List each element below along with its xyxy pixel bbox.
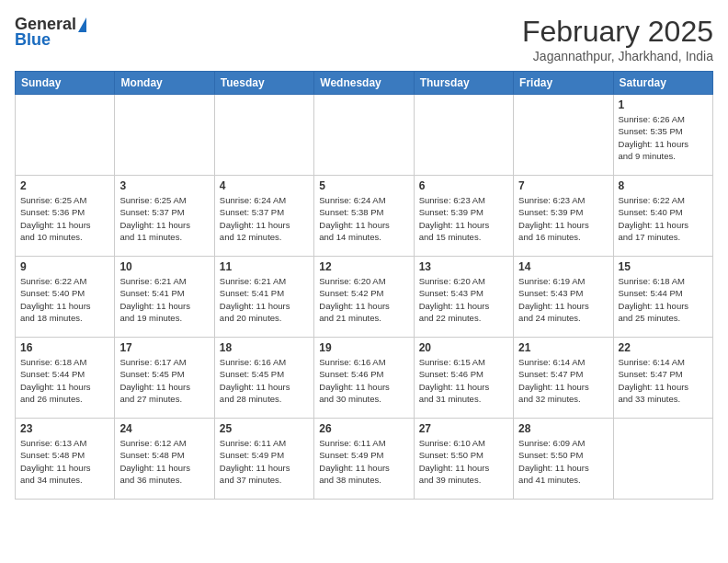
calendar-cell: 19Sunrise: 6:16 AMSunset: 5:46 PMDayligh…: [314, 338, 414, 419]
day-number: 11: [220, 260, 309, 273]
calendar-cell: 20Sunrise: 6:15 AMSunset: 5:46 PMDayligh…: [414, 338, 513, 419]
day-number: 20: [419, 341, 508, 354]
day-number: 17: [119, 341, 209, 354]
day-info: Sunrise: 6:13 AMSunset: 5:48 PMDaylight:…: [20, 437, 109, 486]
day-number: 12: [319, 260, 408, 273]
calendar-cell: [16, 95, 115, 176]
weekday-header-row: SundayMondayTuesdayWednesdayThursdayFrid…: [16, 72, 713, 95]
day-info: Sunrise: 6:20 AMSunset: 5:43 PMDaylight:…: [419, 275, 508, 324]
calendar-cell: 21Sunrise: 6:14 AMSunset: 5:47 PMDayligh…: [514, 338, 613, 419]
day-number: 24: [119, 422, 209, 435]
day-info: Sunrise: 6:15 AMSunset: 5:46 PMDaylight:…: [419, 356, 508, 405]
calendar-cell: 8Sunrise: 6:22 AMSunset: 5:40 PMDaylight…: [613, 176, 712, 257]
calendar-cell: 12Sunrise: 6:20 AMSunset: 5:42 PMDayligh…: [314, 257, 414, 338]
calendar-cell: 10Sunrise: 6:21 AMSunset: 5:41 PMDayligh…: [115, 257, 214, 338]
calendar-cell: [414, 95, 513, 176]
logo-blue-text: Blue: [15, 30, 51, 50]
calendar-cell: [314, 95, 414, 176]
day-info: Sunrise: 6:25 AMSunset: 5:37 PMDaylight:…: [119, 194, 209, 243]
calendar-cell: 17Sunrise: 6:17 AMSunset: 5:45 PMDayligh…: [115, 338, 214, 419]
calendar-cell: [115, 95, 214, 176]
day-info: Sunrise: 6:23 AMSunset: 5:39 PMDaylight:…: [518, 194, 608, 243]
calendar-cell: 23Sunrise: 6:13 AMSunset: 5:48 PMDayligh…: [16, 419, 115, 500]
page-header: General Blue February 2025 Jagannathpur,…: [15, 15, 713, 63]
day-info: Sunrise: 6:25 AMSunset: 5:36 PMDaylight:…: [20, 194, 109, 243]
weekday-header-friday: Friday: [514, 72, 613, 95]
calendar-week-row: 16Sunrise: 6:18 AMSunset: 5:44 PMDayligh…: [16, 338, 713, 419]
calendar-week-row: 23Sunrise: 6:13 AMSunset: 5:48 PMDayligh…: [16, 419, 713, 500]
day-info: Sunrise: 6:22 AMSunset: 5:40 PMDaylight:…: [20, 275, 109, 324]
day-number: 1: [619, 98, 708, 111]
calendar-cell: [214, 95, 313, 176]
day-info: Sunrise: 6:24 AMSunset: 5:37 PMDaylight:…: [220, 194, 309, 243]
calendar-cell: 28Sunrise: 6:09 AMSunset: 5:50 PMDayligh…: [514, 419, 613, 500]
month-title: February 2025: [522, 15, 713, 49]
day-number: 23: [20, 422, 109, 435]
day-number: 8: [619, 179, 708, 192]
day-number: 26: [319, 422, 408, 435]
day-info: Sunrise: 6:11 AMSunset: 5:49 PMDaylight:…: [319, 437, 408, 486]
calendar-cell: 5Sunrise: 6:24 AMSunset: 5:38 PMDaylight…: [314, 176, 414, 257]
day-number: 28: [518, 422, 608, 435]
day-info: Sunrise: 6:20 AMSunset: 5:42 PMDaylight:…: [319, 275, 408, 324]
day-info: Sunrise: 6:24 AMSunset: 5:38 PMDaylight:…: [319, 194, 408, 243]
day-info: Sunrise: 6:14 AMSunset: 5:47 PMDaylight:…: [619, 356, 708, 405]
day-info: Sunrise: 6:09 AMSunset: 5:50 PMDaylight:…: [518, 437, 608, 486]
day-info: Sunrise: 6:10 AMSunset: 5:50 PMDaylight:…: [419, 437, 508, 486]
calendar-cell: 26Sunrise: 6:11 AMSunset: 5:49 PMDayligh…: [314, 419, 414, 500]
day-info: Sunrise: 6:19 AMSunset: 5:43 PMDaylight:…: [518, 275, 608, 324]
day-number: 16: [20, 341, 109, 354]
location: Jagannathpur, Jharkhand, India: [522, 49, 713, 63]
calendar-cell: 9Sunrise: 6:22 AMSunset: 5:40 PMDaylight…: [16, 257, 115, 338]
weekday-header-sunday: Sunday: [16, 72, 115, 95]
day-info: Sunrise: 6:12 AMSunset: 5:48 PMDaylight:…: [119, 437, 209, 486]
day-info: Sunrise: 6:22 AMSunset: 5:40 PMDaylight:…: [619, 194, 708, 243]
weekday-header-wednesday: Wednesday: [314, 72, 414, 95]
day-number: 15: [619, 260, 708, 273]
day-number: 7: [518, 179, 608, 192]
calendar-cell: 14Sunrise: 6:19 AMSunset: 5:43 PMDayligh…: [514, 257, 613, 338]
day-info: Sunrise: 6:23 AMSunset: 5:39 PMDaylight:…: [419, 194, 508, 243]
calendar-week-row: 9Sunrise: 6:22 AMSunset: 5:40 PMDaylight…: [16, 257, 713, 338]
day-number: 6: [419, 179, 508, 192]
calendar-cell: 25Sunrise: 6:11 AMSunset: 5:49 PMDayligh…: [214, 419, 313, 500]
logo-triangle-icon: [78, 17, 86, 32]
weekday-header-monday: Monday: [115, 72, 214, 95]
day-info: Sunrise: 6:17 AMSunset: 5:45 PMDaylight:…: [119, 356, 209, 405]
calendar-cell: 6Sunrise: 6:23 AMSunset: 5:39 PMDaylight…: [414, 176, 513, 257]
weekday-header-tuesday: Tuesday: [214, 72, 313, 95]
calendar-cell: [613, 419, 712, 500]
day-number: 14: [518, 260, 608, 273]
calendar-week-row: 2Sunrise: 6:25 AMSunset: 5:36 PMDaylight…: [16, 176, 713, 257]
day-number: 13: [419, 260, 508, 273]
day-number: 18: [220, 341, 309, 354]
day-number: 21: [518, 341, 608, 354]
day-number: 25: [220, 422, 309, 435]
calendar-table: SundayMondayTuesdayWednesdayThursdayFrid…: [15, 71, 713, 500]
day-info: Sunrise: 6:26 AMSunset: 5:35 PMDaylight:…: [619, 113, 708, 162]
calendar-cell: 4Sunrise: 6:24 AMSunset: 5:37 PMDaylight…: [214, 176, 313, 257]
day-number: 27: [419, 422, 508, 435]
calendar-cell: 13Sunrise: 6:20 AMSunset: 5:43 PMDayligh…: [414, 257, 513, 338]
title-block: February 2025 Jagannathpur, Jharkhand, I…: [522, 15, 713, 63]
day-number: 4: [220, 179, 309, 192]
weekday-header-thursday: Thursday: [414, 72, 513, 95]
weekday-header-saturday: Saturday: [613, 72, 712, 95]
calendar-cell: 16Sunrise: 6:18 AMSunset: 5:44 PMDayligh…: [16, 338, 115, 419]
logo: General Blue: [15, 15, 86, 50]
day-number: 19: [319, 341, 408, 354]
day-number: 9: [20, 260, 109, 273]
day-number: 10: [119, 260, 209, 273]
day-info: Sunrise: 6:18 AMSunset: 5:44 PMDaylight:…: [619, 275, 708, 324]
day-info: Sunrise: 6:16 AMSunset: 5:46 PMDaylight:…: [319, 356, 408, 405]
day-number: 3: [119, 179, 209, 192]
calendar-cell: 2Sunrise: 6:25 AMSunset: 5:36 PMDaylight…: [16, 176, 115, 257]
calendar-cell: 7Sunrise: 6:23 AMSunset: 5:39 PMDaylight…: [514, 176, 613, 257]
day-info: Sunrise: 6:16 AMSunset: 5:45 PMDaylight:…: [220, 356, 309, 405]
day-number: 22: [619, 341, 708, 354]
calendar-cell: 22Sunrise: 6:14 AMSunset: 5:47 PMDayligh…: [613, 338, 712, 419]
calendar-cell: 18Sunrise: 6:16 AMSunset: 5:45 PMDayligh…: [214, 338, 313, 419]
calendar-cell: 24Sunrise: 6:12 AMSunset: 5:48 PMDayligh…: [115, 419, 214, 500]
calendar-cell: 1Sunrise: 6:26 AMSunset: 5:35 PMDaylight…: [613, 95, 712, 176]
calendar-cell: 3Sunrise: 6:25 AMSunset: 5:37 PMDaylight…: [115, 176, 214, 257]
